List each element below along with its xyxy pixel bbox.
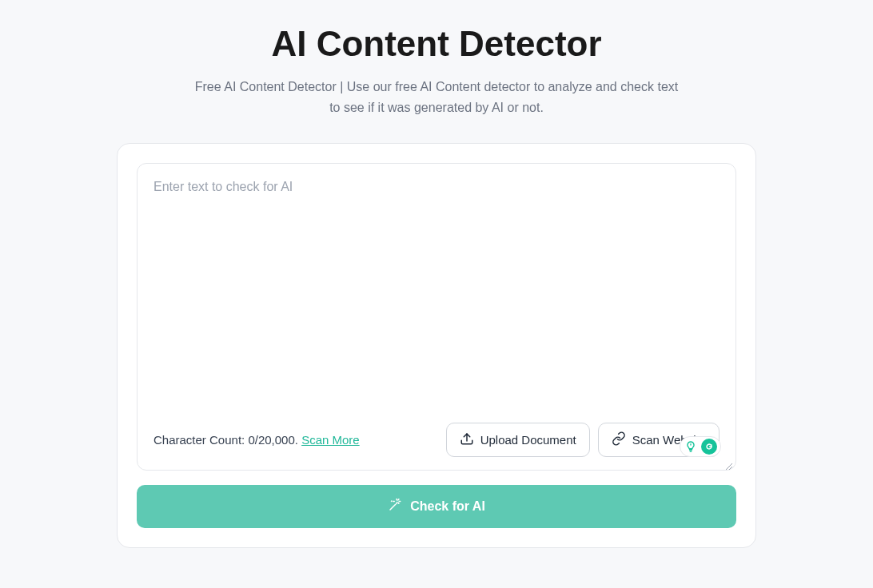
svg-line-0: [726, 463, 732, 470]
action-button-group: Upload Document Scan Website: [446, 423, 720, 457]
upload-document-button[interactable]: Upload Document: [446, 423, 590, 457]
upload-button-label: Upload Document: [480, 433, 576, 447]
char-count-value: 0/20,000.: [248, 433, 298, 447]
check-button-label: Check for AI: [410, 499, 485, 514]
check-for-ai-button[interactable]: Check for AI: [137, 485, 736, 528]
scan-more-link[interactable]: Scan More: [301, 433, 360, 447]
char-count: Character Count: 0/20,000. Scan More: [153, 433, 360, 447]
upload-icon: [460, 431, 474, 448]
text-input[interactable]: [153, 180, 720, 403]
page-subtitle: Free AI Content Detector | Use our free …: [189, 77, 684, 117]
svg-line-1: [729, 467, 732, 470]
lightbulb-icon: [684, 439, 698, 454]
grammarly-widget[interactable]: [680, 436, 721, 457]
textarea-container: Character Count: 0/20,000. Scan More Upl…: [137, 163, 736, 471]
detector-card: Character Count: 0/20,000. Scan More Upl…: [117, 143, 756, 548]
resize-handle-icon[interactable]: [724, 459, 732, 467]
char-count-label: Character Count:: [153, 433, 248, 447]
magic-wand-icon: [388, 498, 402, 515]
page-title: AI Content Detector: [271, 24, 601, 64]
grammarly-icon: [701, 439, 717, 455]
link-icon: [612, 431, 626, 448]
editor-footer: Character Count: 0/20,000. Scan More Upl…: [153, 423, 720, 457]
